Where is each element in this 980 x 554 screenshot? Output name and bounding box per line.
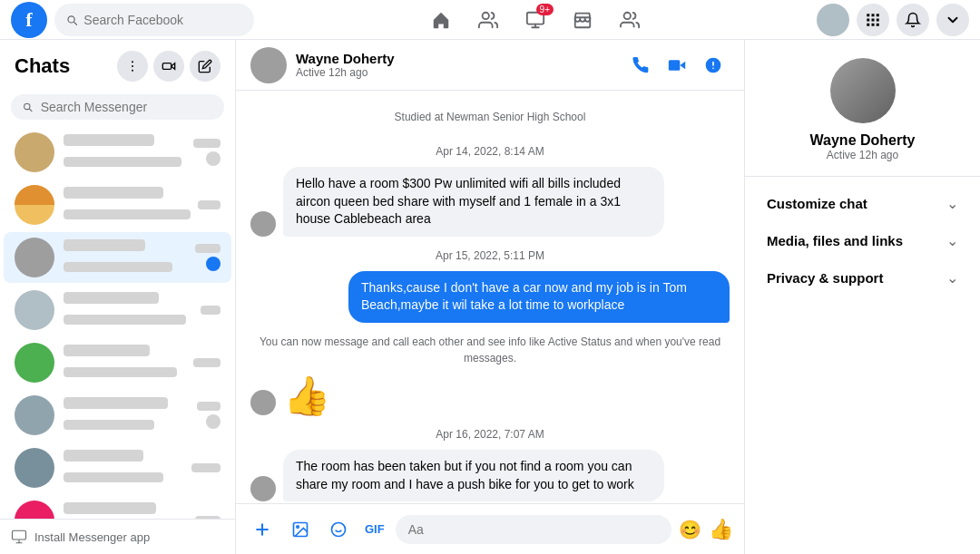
gif-button[interactable]: GIF — [361, 514, 388, 545]
watch-badge: 9+ — [536, 4, 554, 15]
sticker-icon — [329, 520, 348, 539]
messenger-search-input[interactable] — [41, 100, 213, 114]
info-button[interactable] — [697, 49, 730, 82]
message-row: Hello have a room $300 Pw unlimited wifi… — [250, 167, 730, 237]
chat-list — [0, 125, 235, 519]
message-input[interactable] — [408, 522, 659, 537]
video-call-button[interactable] — [153, 51, 184, 82]
svg-rect-5 — [867, 18, 869, 21]
sticker-button[interactable] — [323, 514, 354, 545]
privacy-support-label: Privacy & support — [767, 270, 883, 286]
search-icon — [65, 13, 78, 27]
nav-icons: 9+ — [254, 4, 817, 36]
photo-button[interactable] — [285, 514, 316, 545]
sidebar-header: Chats — [0, 40, 235, 89]
chat-time-blur — [191, 463, 220, 472]
system-message: You can now message and call each other … — [250, 334, 730, 366]
customize-chat-section[interactable]: Customize chat ⌄ — [752, 186, 973, 221]
privacy-support-section[interactable]: Privacy & support ⌄ — [752, 260, 973, 296]
video-icon — [162, 59, 176, 73]
svg-marker-17 — [680, 61, 685, 68]
list-item[interactable] — [4, 180, 231, 230]
messages-container: Studied at Newman Senior High School Apr… — [236, 91, 744, 503]
chat-name-blur — [64, 134, 154, 146]
chat-name-blur — [64, 239, 145, 251]
svg-rect-18 — [669, 60, 681, 71]
sidebar: Chats — [0, 40, 236, 554]
chat-badge-blur — [206, 151, 220, 166]
bio-line: Studied at Newman Senior High School — [250, 109, 730, 125]
chat-input-bar: GIF 😊 👍 — [236, 503, 744, 554]
list-item[interactable] — [4, 127, 231, 178]
date-divider: Apr 15, 2022, 5:11 PM — [250, 249, 730, 262]
message-row: Thanks,cause I don't have a car now and … — [250, 271, 730, 323]
nav-home-button[interactable] — [419, 4, 463, 36]
user-avatar[interactable] — [817, 4, 849, 36]
contact-name: Wayne Doherty — [296, 51, 615, 66]
svg-point-22 — [332, 522, 346, 536]
svg-point-12 — [132, 65, 133, 67]
chat-header-info: Wayne Doherty Active 12h ago — [296, 51, 615, 79]
list-item[interactable] — [4, 390, 231, 441]
emoji-button[interactable]: 😊 — [679, 519, 701, 540]
chat-name-blur — [64, 502, 156, 514]
message-bubble: Thanks,cause I don't have a car now and … — [348, 271, 730, 323]
facebook-logo[interactable]: f — [11, 2, 47, 38]
notifications-button[interactable] — [897, 4, 929, 36]
image-icon — [291, 520, 309, 539]
svg-rect-9 — [872, 23, 875, 25]
message-input-container[interactable] — [396, 515, 671, 544]
marketplace-icon — [573, 10, 593, 30]
global-search[interactable] — [54, 4, 254, 36]
nav-groups-button[interactable] — [608, 4, 652, 36]
date-divider: Apr 16, 2022, 7:07 AM — [250, 428, 730, 441]
phone-icon — [632, 56, 650, 74]
svg-rect-8 — [867, 23, 869, 25]
svg-point-21 — [297, 525, 299, 528]
nav-watch-button[interactable]: 9+ — [514, 4, 557, 36]
chat-name-blur — [64, 345, 150, 356]
video-call-button[interactable] — [661, 49, 693, 82]
grid-icon — [865, 12, 881, 28]
media-files-section[interactable]: Media, files and links ⌄ — [752, 223, 973, 258]
chat-header-actions — [624, 49, 730, 82]
svg-rect-2 — [867, 14, 869, 16]
list-item[interactable] — [4, 232, 231, 283]
nav-friends-button[interactable] — [466, 4, 510, 36]
chat-time-blur — [193, 139, 220, 148]
compose-button[interactable] — [190, 51, 220, 82]
sender-avatar — [250, 390, 276, 415]
list-item[interactable] — [4, 495, 231, 519]
apps-button[interactable] — [857, 4, 889, 36]
monitor-icon — [11, 529, 27, 545]
chat-preview-blur — [64, 367, 177, 377]
chat-time-blur — [197, 402, 220, 411]
message-row: 👍 — [250, 377, 730, 415]
contact-profile-name: Wayne Doherty — [810, 132, 916, 149]
chevron-down-icon: ⌄ — [946, 195, 958, 212]
global-search-input[interactable] — [83, 13, 243, 27]
svg-rect-16 — [13, 530, 26, 539]
add-button[interactable] — [247, 514, 278, 545]
svg-point-1 — [624, 12, 631, 18]
compose-icon — [198, 59, 212, 73]
bell-icon — [905, 12, 921, 28]
like-button[interactable]: 👍 — [709, 518, 733, 541]
chevron-down-icon: ⌄ — [946, 232, 958, 249]
chevron-down-icon: ⌄ — [946, 269, 958, 287]
list-item[interactable] — [4, 285, 231, 335]
chat-time-blur — [198, 200, 220, 209]
menu-button[interactable] — [936, 4, 969, 36]
chat-preview-blur — [64, 420, 154, 430]
chat-preview-blur — [64, 157, 181, 167]
list-item[interactable] — [4, 442, 231, 493]
voice-call-button[interactable] — [624, 49, 657, 82]
sender-avatar — [250, 211, 276, 237]
more-icon — [125, 59, 140, 73]
nav-marketplace-button[interactable] — [561, 4, 604, 36]
messenger-search[interactable] — [11, 94, 224, 120]
message-row: The room has been taken but if you not f… — [250, 450, 730, 501]
list-item[interactable] — [4, 337, 231, 388]
thumbs-up-emoji: 👍 — [283, 377, 330, 415]
more-options-button[interactable] — [117, 51, 148, 82]
